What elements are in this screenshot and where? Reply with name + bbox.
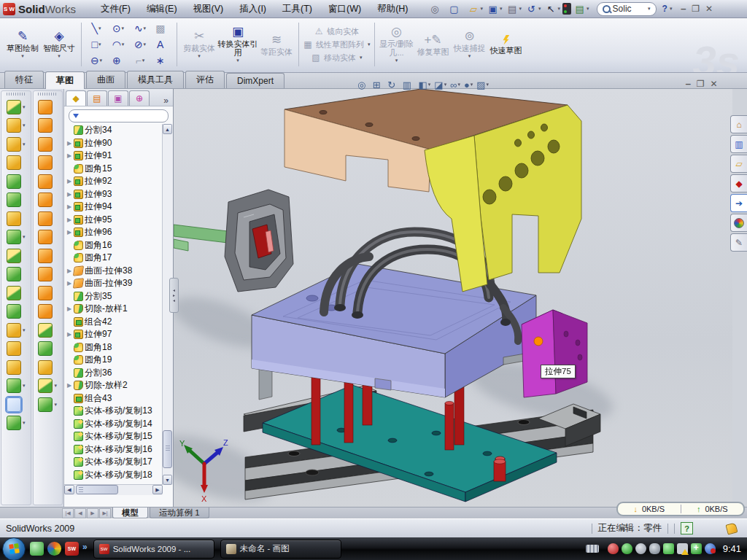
status-help-icon[interactable]: ? bbox=[681, 522, 693, 534]
h-scroll-thumb[interactable] bbox=[76, 485, 118, 494]
tree-filter-input[interactable] bbox=[69, 109, 169, 122]
slot-tool-icon[interactable]: ⊖▾ bbox=[85, 55, 107, 66]
next-tab-button[interactable]: ▶ bbox=[87, 508, 98, 518]
slide-unit[interactable] bbox=[174, 190, 293, 292]
tab-evaluate[interactable]: 评估 bbox=[185, 71, 225, 88]
settings-ok-tray-icon[interactable] bbox=[635, 543, 646, 554]
feature-tree-item[interactable]: ▶ 拉伸93 bbox=[67, 188, 163, 201]
menu-view[interactable]: 视图(V) bbox=[186, 1, 231, 18]
knit-surface-icon[interactable]: ▾ bbox=[38, 230, 57, 244]
undo-icon[interactable]: ↺▾ bbox=[524, 2, 543, 15]
feature-tree-item[interactable]: ▶ 实体-移动/复制18 bbox=[67, 469, 163, 482]
scroll-thumb[interactable] bbox=[163, 430, 172, 468]
help-caret-icon[interactable]: ▾ bbox=[670, 6, 673, 12]
toolbar-grip[interactable] bbox=[7, 93, 26, 96]
text-tool-icon[interactable]: A▾ bbox=[151, 39, 173, 50]
feature-tree-item[interactable]: ▶ 圆角18 bbox=[67, 341, 163, 354]
freeform-icon[interactable]: ▾ bbox=[38, 360, 57, 375]
minimize-button[interactable]: ‒ bbox=[681, 4, 686, 14]
open-file-icon[interactable]: ▱▾ bbox=[466, 2, 485, 15]
menu-help[interactable]: 帮助(H) bbox=[370, 1, 415, 18]
options-icon[interactable]: ▤▾ bbox=[572, 2, 591, 15]
quicklaunch-media-icon[interactable] bbox=[47, 542, 61, 556]
extruded-cut-icon[interactable]: ▾ bbox=[7, 118, 26, 133]
circle-tool-icon[interactable]: ⊙▾ bbox=[107, 23, 129, 34]
search-caret-icon[interactable]: ▾ bbox=[648, 6, 651, 12]
display-delete-relations-button[interactable]: ◎ 显示/删除几...▾ bbox=[379, 25, 415, 64]
thicken-icon[interactable]: ▾ bbox=[38, 267, 57, 281]
rebuild-icon[interactable]: ▾ bbox=[562, 3, 571, 15]
linear-sketch-pattern-button[interactable]: ▦ 线性草图阵列▾ bbox=[303, 39, 371, 50]
cut-with-surface-icon[interactable]: ▾ bbox=[38, 286, 57, 300]
swept-surface-icon[interactable]: ▾ bbox=[38, 100, 57, 114]
feature-tree-item[interactable]: ▶ 圆角17 bbox=[67, 252, 163, 265]
feature-tree-item[interactable]: ▶ 曲面-拉伸38 bbox=[67, 265, 163, 278]
doc-restore-button[interactable]: ❐ bbox=[697, 79, 705, 89]
quicklaunch-messenger-icon[interactable] bbox=[30, 542, 44, 556]
trim-entities-button[interactable]: ✂ 剪裁实体▾ bbox=[181, 29, 217, 60]
antivirus-alert-tray-icon[interactable] bbox=[608, 543, 619, 554]
feature-tree-item[interactable]: ▶ 拉伸91 bbox=[67, 149, 163, 163]
select-region-icon[interactable]: ▩▾ bbox=[151, 23, 173, 34]
propertymanager-tab[interactable]: ▤ bbox=[87, 90, 107, 106]
panel-splitter-handle[interactable]: ◂▸◂ bbox=[169, 278, 179, 313]
revolve-icon[interactable]: ▾ bbox=[7, 174, 26, 189]
repair-sketch-button[interactable]: +✎ 修复草图 bbox=[415, 33, 452, 57]
feature-tree-item[interactable]: ▶ 组合42 bbox=[67, 316, 163, 329]
solidworks-resources-tab[interactable]: ◆ bbox=[730, 174, 747, 192]
rotate-view-icon[interactable]: ↻▾ bbox=[387, 79, 398, 90]
health-tray-icon[interactable] bbox=[691, 543, 702, 554]
start-button[interactable] bbox=[2, 537, 26, 560]
feature-tree-item[interactable]: ▶ 实体-移动/复制15 bbox=[67, 430, 163, 443]
pattern-icon[interactable]: ▾ bbox=[7, 230, 26, 244]
combine-icon[interactable]: ▾ bbox=[7, 286, 26, 300]
feature-tree-item[interactable]: ▶ 实体-移动/复制14 bbox=[67, 418, 163, 431]
trim-surface-icon[interactable]: ▾ bbox=[38, 323, 57, 338]
tree-horizontal-scrollbar[interactable]: ◀ ▶ bbox=[64, 484, 163, 495]
display-style-icon[interactable]: ◪▾ bbox=[434, 79, 446, 90]
polygon-tool-icon[interactable]: ⊕▾ bbox=[107, 55, 129, 66]
menu-tools[interactable]: 工具(T) bbox=[275, 1, 320, 18]
feature-tree-item[interactable]: ▶ 切除-放样1 bbox=[67, 303, 163, 316]
rapid-sketch-button[interactable]: 快速草图 bbox=[488, 34, 525, 55]
tab-dimxpert[interactable]: DimXpert bbox=[226, 73, 285, 88]
feature-tree-item[interactable]: ▶ 分割34 bbox=[67, 124, 163, 137]
convert-entities-button[interactable]: ▣ 转换实体引用▾ bbox=[217, 25, 258, 64]
split-icon[interactable]: ▾ bbox=[7, 249, 26, 263]
move-copy-body-icon[interactable]: ▾ bbox=[7, 304, 26, 319]
delete-face-icon[interactable]: ▾ bbox=[38, 249, 57, 263]
feature-tree-item[interactable]: ▶ 圆角15 bbox=[67, 163, 163, 176]
select-cursor-icon[interactable]: ↖▾ bbox=[543, 2, 562, 15]
print-icon[interactable]: ▤▾ bbox=[505, 2, 524, 15]
scroll-right-button[interactable]: ▶ bbox=[152, 485, 163, 494]
menu-window[interactable]: 窗口(W) bbox=[321, 1, 368, 18]
instant3d-icon[interactable]: ▾ bbox=[7, 397, 26, 412]
tab-sketch[interactable]: 草图 bbox=[45, 71, 85, 89]
doc-close-button[interactable]: ✕ bbox=[710, 79, 717, 89]
shell-icon[interactable]: ▾ bbox=[7, 192, 26, 207]
hole-wizard-icon[interactable]: ▾ bbox=[7, 211, 26, 226]
feature-tree-item[interactable]: ▶ 拉伸95 bbox=[67, 214, 163, 227]
restore-button[interactable]: ❐ bbox=[692, 4, 700, 14]
offset-surface-icon[interactable]: ▾ bbox=[38, 192, 57, 207]
taskbar-clock[interactable]: 9:41 bbox=[723, 543, 741, 554]
loft-icon[interactable]: ▾ bbox=[7, 155, 26, 170]
menu-file[interactable]: 文件(F) bbox=[93, 1, 138, 18]
network-warning-tray-icon[interactable] bbox=[677, 543, 688, 554]
appearances-scenes-tab[interactable]: ➔ bbox=[730, 194, 747, 212]
feature-tree-item[interactable]: ▶ 拉伸97 bbox=[67, 328, 163, 341]
feature-tree-item[interactable]: ▶ 切除-放样2 bbox=[67, 379, 163, 392]
extend-surface-icon[interactable]: ▾ bbox=[38, 304, 57, 319]
helix-icon[interactable]: ▾ bbox=[7, 416, 26, 430]
close-button[interactable]: ✕ bbox=[705, 4, 713, 14]
feature-tree-item[interactable]: ▶ 拉伸92 bbox=[67, 175, 163, 188]
view-orientation-icon[interactable]: ◧▾ bbox=[419, 79, 431, 90]
ruled-surface-icon[interactable]: ▾ bbox=[38, 118, 57, 133]
last-tab-button[interactable]: ▶| bbox=[99, 508, 111, 518]
split-body-icon[interactable]: ▾ bbox=[7, 267, 26, 281]
first-tab-button[interactable]: |◀ bbox=[62, 508, 74, 518]
toolbar-grip[interactable] bbox=[38, 93, 57, 96]
feature-tree-item[interactable]: ▶ 分割36 bbox=[67, 367, 163, 380]
menu-edit[interactable]: 编辑(E) bbox=[139, 1, 185, 18]
file-explorer-tab[interactable]: ▱ bbox=[730, 155, 747, 173]
